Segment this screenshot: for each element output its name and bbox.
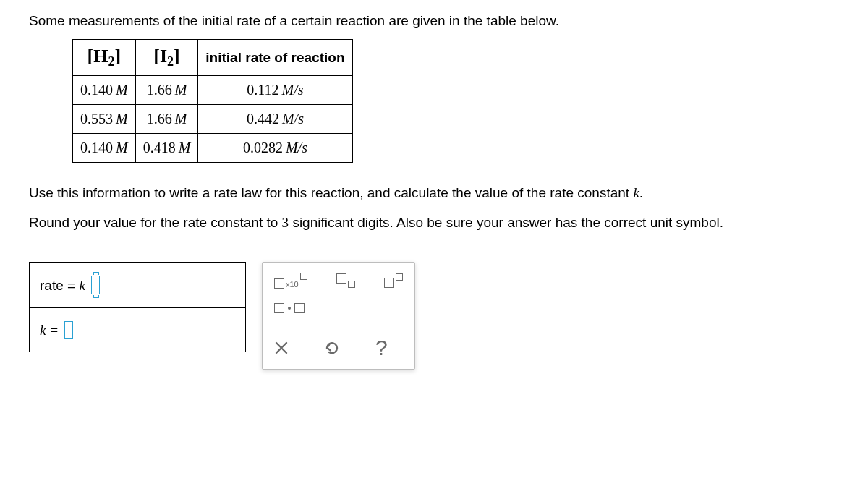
col-header-rate: initial rate of reaction — [198, 40, 352, 76]
rate-label: rate = — [40, 278, 79, 293]
k-input[interactable] — [64, 321, 73, 339]
table-row: 0.553 M 1.66 M 0.442 M/s — [73, 105, 353, 134]
data-table: [H2] [I2] initial rate of reaction 0.140… — [72, 39, 353, 163]
answer-table: rate = k k = — [29, 262, 246, 352]
k-answer-cell: k = — [30, 308, 246, 352]
symbol-palette: x10 ? — [262, 262, 415, 370]
table-row: 0.140 M 0.418 M 0.0282 M/s — [73, 134, 353, 163]
rate-answer-cell: rate = k — [30, 263, 246, 308]
k-symbol: k — [79, 278, 85, 293]
subscript-button[interactable] — [336, 273, 355, 288]
intro-text: Some measurements of the initial rate of… — [29, 13, 868, 29]
undo-button[interactable] — [323, 339, 341, 357]
col-header-i2: [I2] — [135, 40, 198, 76]
clear-button[interactable] — [274, 341, 289, 355]
k-label: k = — [40, 323, 62, 338]
instruction-2: Round your value for the rate constant t… — [29, 213, 868, 234]
help-button[interactable]: ? — [375, 336, 388, 360]
table-row: 0.140 M 1.66 M 0.112 M/s — [73, 76, 353, 105]
table-header-row: [H2] [I2] initial rate of reaction — [73, 40, 353, 76]
dot-button[interactable] — [274, 303, 305, 313]
rate-input[interactable] — [91, 276, 100, 294]
sci-notation-button[interactable]: x10 — [274, 273, 307, 289]
col-header-h2: [H2] — [73, 40, 136, 76]
instruction-1: Use this information to write a rate law… — [29, 183, 868, 204]
superscript-button[interactable] — [384, 273, 403, 288]
